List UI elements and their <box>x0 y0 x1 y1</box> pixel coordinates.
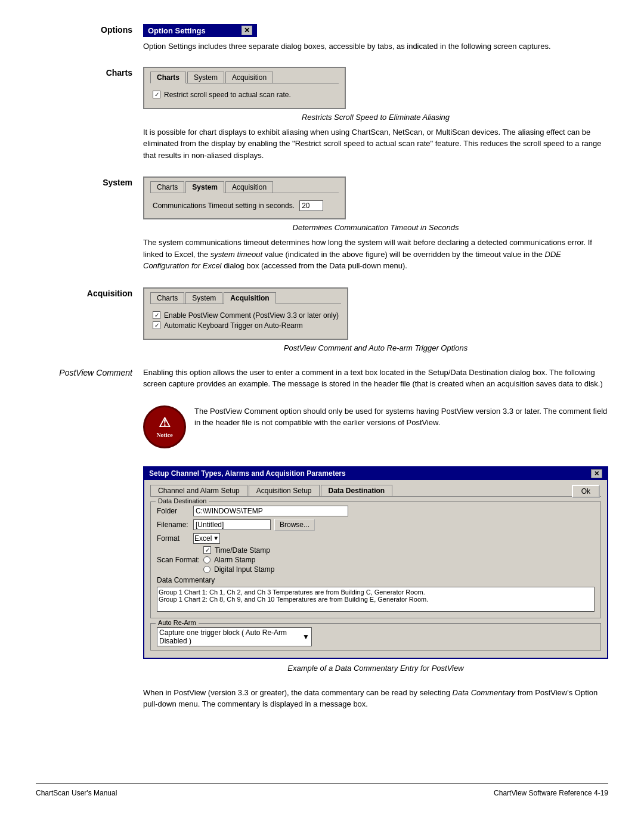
postview-label: PostView Comment <box>36 367 143 396</box>
scan-format-label: Scan Format: <box>157 556 200 564</box>
data-commentary-area[interactable]: Group 1 Chart 1: Ch 1, Ch 2, and Ch 3 Te… <box>157 587 595 612</box>
setup-caption: Example of a Data Commentary Entry for P… <box>143 664 608 673</box>
filename-label: Filename: <box>157 521 190 529</box>
charts-body: It is possible for chart displays to exh… <box>143 126 608 162</box>
charts-content: Charts System Acquisition ✓ Restrict scr… <box>143 67 608 168</box>
acquisition-label: Acquisition <box>36 287 143 357</box>
tab-charts-acq[interactable]: Charts <box>150 292 184 304</box>
option-settings-title: Option Settings <box>148 26 206 35</box>
auto-rearm-value: Capture one trigger block ( Auto Re-Arm … <box>159 628 300 645</box>
setup-close-icon[interactable]: ✕ <box>591 469 602 478</box>
charts-tabs: Charts System Acquisition <box>150 72 339 83</box>
format-row: Format Excel ▼ <box>157 533 595 544</box>
charts-label: Charts <box>36 67 143 168</box>
postview-body: Enabling this option allows the user to … <box>143 367 608 390</box>
charts-caption: Restricts Scroll Speed to Eliminate Alia… <box>143 113 608 122</box>
notice-icon: ⚠ Notice <box>143 405 186 448</box>
postview-comment-label: Enable PostView Comment (PostView 3.3 or… <box>164 311 339 320</box>
notice-icon-image: ⚠ <box>159 415 171 431</box>
data-destination-group-label: Data Destination <box>156 497 209 504</box>
alarm-stamp-label: Alarm Stamp <box>214 556 255 564</box>
folder-label: Folder <box>157 507 190 515</box>
option-settings-titlebar: Option Settings ✕ <box>143 24 257 37</box>
system-dialog-content: Communications Timeout setting in second… <box>150 197 339 215</box>
scan-time-row: ✓ Time/Date Stamp <box>203 546 274 555</box>
tab-data-destination[interactable]: Data Destination <box>321 485 393 496</box>
time-date-checkbox[interactable]: ✓ <box>203 546 211 554</box>
system-content: Charts System Acquisition Communications… <box>143 176 608 278</box>
digital-input-label: Digital Input Stamp <box>214 565 274 574</box>
close-icon[interactable]: ✕ <box>242 26 252 35</box>
system-body-cont1: value (indicated in the above figure) wi… <box>262 250 544 259</box>
restrict-scroll-checkbox[interactable]: ✓ <box>153 91 160 98</box>
data-destination-group: Data Destination Folder Filename: Browse… <box>150 501 601 618</box>
system-body: The system communications timeout determ… <box>143 237 608 272</box>
comm-timeout-input[interactable] <box>299 200 323 211</box>
setup-dialog: Setup Channel Types, Alarms and Acquisit… <box>143 466 608 659</box>
notice-body: The PostView Comment option should only … <box>194 405 608 429</box>
scan-digital-row: Digital Input Stamp <box>203 565 274 574</box>
auto-rearm-row: ✓ Automatic Keyboard Trigger on Auto-Rea… <box>153 321 339 330</box>
comm-timeout-row: Communications Timeout setting in second… <box>153 200 336 211</box>
bottom-placeholder <box>36 687 143 716</box>
system-caption: Determines Communication Timeout in Seco… <box>143 223 608 232</box>
postview-comment-row: ✓ Enable PostView Comment (PostView 3.3 … <box>153 311 339 320</box>
comm-timeout-label: Communications Timeout setting in second… <box>153 202 295 210</box>
tab-channel-alarm[interactable]: Channel and Alarm Setup <box>150 485 247 496</box>
auto-rearm-select[interactable]: Capture one trigger block ( Auto Re-Arm … <box>157 627 312 646</box>
alarm-stamp-radio[interactable] <box>203 556 210 563</box>
options-content: Option Settings ✕ Option Settings includ… <box>143 24 608 57</box>
tab-system[interactable]: System <box>187 72 224 83</box>
data-commentary-label-row: Data Commentary <box>157 576 595 584</box>
options-intro: Option Settings includes three separate … <box>143 41 608 52</box>
acquisition-content: Charts System Acquisition ✓ Enable PostV… <box>143 287 608 357</box>
tab-system-sys[interactable]: System <box>185 181 224 193</box>
acquisition-dialog: Charts System Acquisition ✓ Enable PostV… <box>143 287 348 340</box>
auto-rearm-checkbox[interactable]: ✓ <box>153 321 160 329</box>
notice-section: ⚠ Notice The PostView Comment option sho… <box>143 405 608 448</box>
folder-input[interactable] <box>193 506 348 516</box>
bottom-italic: Data Commentary <box>453 688 515 697</box>
data-commentary-line2: Group 1 Chart 2: Ch 8, Ch 9, and Ch 10 T… <box>159 596 593 603</box>
tab-acquisition-acq[interactable]: Acquisition <box>224 292 275 304</box>
restrict-scroll-row: ✓ Restrict scroll speed to actual scan r… <box>153 91 336 99</box>
ok-button[interactable]: Ok <box>572 485 600 498</box>
bottom-text1: When in PostView (version 3.3 or greater… <box>143 688 453 697</box>
tab-system-acq[interactable]: System <box>185 292 222 304</box>
data-commentary-label: Data Commentary <box>157 576 215 584</box>
scan-alarm-row: Alarm Stamp <box>203 556 274 564</box>
setup-placeholder <box>36 466 143 677</box>
tab-acquisition[interactable]: Acquisition <box>225 72 273 83</box>
browse-button[interactable]: Browse... <box>274 519 315 531</box>
system-tabs: Charts System Acquisition <box>150 181 339 193</box>
folder-row: Folder <box>157 506 595 516</box>
footer-left: ChartScan User's Manual <box>36 789 117 797</box>
digital-input-radio[interactable] <box>203 566 210 573</box>
setup-content: Setup Channel Types, Alarms and Acquisit… <box>143 466 608 677</box>
system-dialog: Charts System Acquisition Communications… <box>143 176 346 219</box>
options-label: Options <box>36 24 143 57</box>
filename-input[interactable] <box>193 519 271 530</box>
tab-charts-sys[interactable]: Charts <box>150 181 184 193</box>
setup-dialog-title: Setup Channel Types, Alarms and Acquisit… <box>144 467 607 480</box>
tab-charts[interactable]: Charts <box>150 72 186 83</box>
restrict-scroll-label: Restrict scroll speed to actual scan rat… <box>164 91 291 99</box>
format-label: Format <box>157 534 190 543</box>
tab-acquisition-sys[interactable]: Acquisition <box>225 181 273 193</box>
postview-comment-checkbox[interactable]: ✓ <box>153 311 160 319</box>
acquisition-caption: PostView Comment and Auto Re-arm Trigger… <box>143 343 608 352</box>
charts-dialog: Charts System Acquisition ✓ Restrict scr… <box>143 67 346 109</box>
auto-rearm-group: Auto Re-Arm Capture one trigger block ( … <box>150 623 601 651</box>
data-commentary-line1: Group 1 Chart 1: Ch 1, Ch 2, and Ch 3 Te… <box>159 589 593 596</box>
format-select[interactable]: Excel ▼ <box>193 533 220 544</box>
system-body-cont2: dialog box (accessed from the Data pull-… <box>222 261 407 270</box>
bottom-body: When in PostView (version 3.3 or greater… <box>143 687 608 710</box>
chevron-down-icon: ▼ <box>213 535 219 541</box>
system-label: System <box>36 176 143 278</box>
auto-rearm-arrow-icon: ▼ <box>302 633 309 641</box>
scan-format-label-row: Scan Format: ✓ Time/Date Stamp Alarm Sta… <box>157 546 595 574</box>
tab-acquisition-setup[interactable]: Acquisition Setup <box>249 485 320 496</box>
auto-rearm-label-text: Automatic Keyboard Trigger on Auto-Rearm <box>164 321 303 330</box>
bottom-content: When in PostView (version 3.3 or greater… <box>143 687 608 716</box>
setup-tabs: Channel and Alarm Setup Acquisition Setu… <box>150 485 601 497</box>
